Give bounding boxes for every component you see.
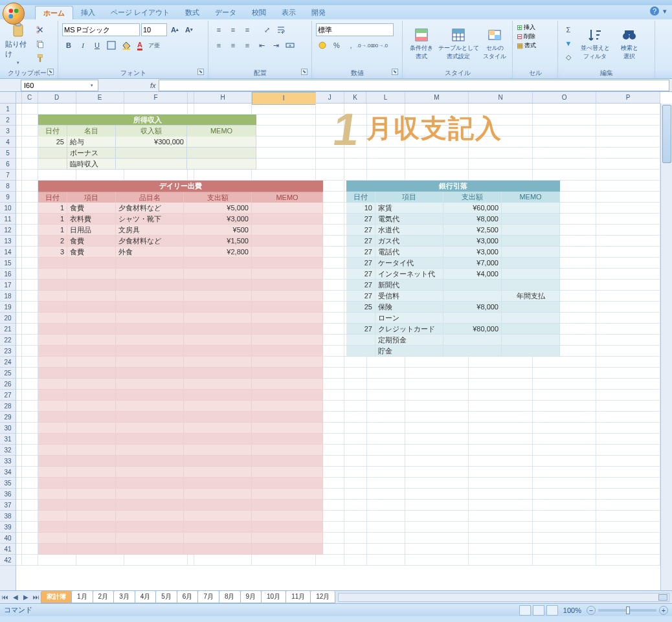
column-header[interactable]: C [22,92,38,103]
table-row[interactable] [38,500,323,511]
row-header[interactable]: 8 [0,181,16,192]
table-row[interactable] [38,467,323,478]
table-row[interactable] [38,368,323,379]
row-header[interactable]: 31 [0,434,16,445]
find-select-button[interactable]: 検索と 選択 [614,22,645,66]
sheet-tab[interactable]: 5月 [155,591,177,603]
row-header[interactable]: 30 [0,423,16,434]
row-header[interactable]: 34 [0,467,16,478]
table-row[interactable] [38,489,323,500]
table-row[interactable] [38,280,323,291]
increase-indent-button[interactable]: ⇥ [269,39,282,52]
table-row[interactable]: 27ケータイ代¥7,000 [346,258,560,269]
ribbon-tab[interactable]: 開発 [304,6,333,19]
zoom-slider[interactable] [598,609,656,612]
sheet-tab[interactable]: 4月 [135,591,157,603]
help-icon[interactable]: ? [650,6,659,16]
row-header[interactable]: 26 [0,379,16,390]
select-all-corner[interactable] [0,92,16,104]
row-header[interactable]: 15 [0,258,16,269]
dialog-launcher-icon[interactable]: ⬊ [392,69,398,75]
table-row[interactable] [38,456,323,467]
column-header[interactable]: P [596,92,660,103]
table-row[interactable] [38,412,323,423]
sheet-tab[interactable]: 6月 [177,591,199,603]
autosum-button[interactable]: Σ [562,23,575,36]
shrink-font-button[interactable]: A▾ [183,23,196,36]
table-row[interactable] [38,544,323,555]
sheet-tab[interactable]: 9月 [240,591,262,603]
ribbon-tab[interactable]: データ [207,6,244,19]
row-header[interactable]: 27 [0,390,16,401]
italic-button[interactable]: I [76,39,89,52]
table-row[interactable]: ボーナス [38,148,256,159]
decrease-indent-button[interactable]: ⇤ [255,39,268,52]
table-row[interactable]: 27水道代¥2,500 [346,225,560,236]
minimize-ribbon-icon[interactable]: ▾ [663,7,667,16]
table-row[interactable] [38,478,323,489]
table-row[interactable] [38,511,323,522]
table-row[interactable] [38,346,323,357]
table-row[interactable]: 1日用品文房具¥500 [38,225,323,236]
column-header[interactable]: M [405,92,469,103]
row-header[interactable]: 10 [0,203,16,214]
row-header[interactable]: 9 [0,192,16,203]
column-headers[interactable]: CDEFHIJKLMNOP [16,92,660,104]
table-row[interactable]: ローン [346,313,560,324]
copy-button[interactable] [34,38,47,50]
format-painter-button[interactable] [34,52,47,65]
merge-center-button[interactable]: a [284,39,297,52]
formula-input[interactable] [159,80,669,91]
sheet-nav-first[interactable]: ⏮ [0,592,10,603]
row-header[interactable]: 7 [0,170,16,181]
table-row[interactable] [38,423,323,434]
row-header[interactable]: 12 [0,225,16,236]
sheet-tab[interactable]: 家計簿 [41,591,72,603]
cut-button[interactable] [34,23,47,36]
align-top-button[interactable]: ≡ [212,23,225,36]
sheet-tab[interactable]: 2月 [93,591,115,603]
worksheet-grid[interactable]: CDEFHIJKLMNOP 12345678910111213141516171… [0,92,672,590]
row-header[interactable]: 5 [0,148,16,159]
table-row[interactable] [38,302,323,313]
row-header[interactable]: 18 [0,291,16,302]
align-bottom-button[interactable]: ≡ [241,23,254,36]
row-header[interactable]: 40 [0,533,16,544]
row-header[interactable]: 20 [0,313,16,324]
align-center-button[interactable]: ≡ [227,39,240,52]
column-header[interactable]: K [344,92,367,103]
column-header[interactable] [188,92,194,103]
ribbon-tab[interactable]: ページ レイアウト [103,6,177,19]
vertical-scrollbar[interactable] [660,104,672,590]
row-header[interactable]: 11 [0,214,16,225]
table-row[interactable] [38,335,323,346]
row-header[interactable]: 38 [0,511,16,522]
font-name-select[interactable] [62,23,140,36]
sheet-tab[interactable]: 3月 [113,591,135,603]
row-header[interactable]: 21 [0,324,16,335]
table-row[interactable]: 27クレジットカード¥80,000 [346,324,560,335]
row-header[interactable]: 6 [0,159,16,170]
row-header[interactable]: 41 [0,544,16,555]
column-header[interactable]: L [366,92,405,103]
row-header[interactable]: 35 [0,478,16,489]
table-row[interactable] [38,313,323,324]
table-row[interactable]: 2食費夕食材料など¥1,500 [38,236,323,247]
row-header[interactable]: 24 [0,357,16,368]
dialog-launcher-icon[interactable]: ⬊ [47,69,54,75]
table-row[interactable]: 27インターネット代¥4,000 [346,269,560,280]
table-row[interactable] [38,357,323,368]
sheet-tab[interactable]: 7月 [197,591,219,603]
format-as-table-button[interactable]: テーブルとして 書式設定 [438,22,478,66]
table-row[interactable]: 10家賃¥60,000 [346,203,560,214]
column-header[interactable]: J [316,92,344,103]
sort-filter-button[interactable]: 並べ替えと フィルタ [577,22,612,66]
dialog-launcher-icon[interactable]: ⬊ [197,69,204,75]
wrap-text-button[interactable] [274,23,287,36]
row-header[interactable]: 25 [0,368,16,379]
table-row[interactable]: 27受信料年間支払 [346,291,560,302]
table-row[interactable] [38,445,323,456]
row-header[interactable]: 3 [0,126,16,137]
sheet-tab[interactable]: 12月 [310,591,335,603]
column-header[interactable]: D [38,92,76,103]
